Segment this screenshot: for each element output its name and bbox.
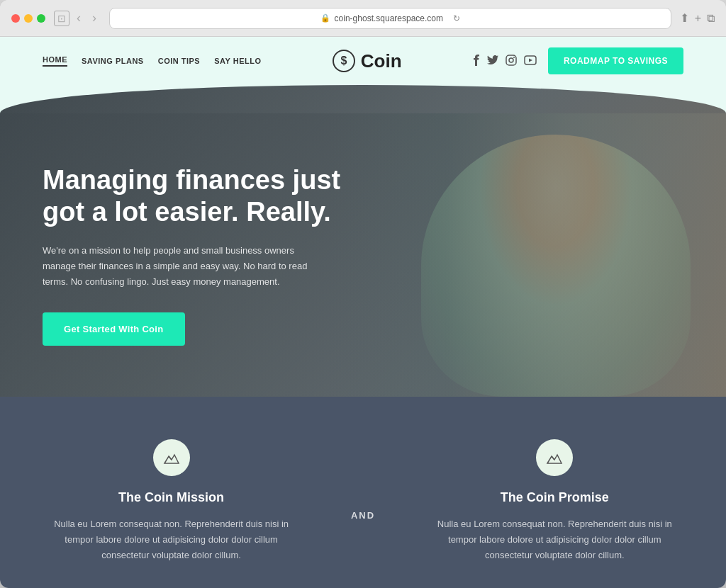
address-bar[interactable]: 🔒 coin-ghost.squarespace.com ↻ — [109, 8, 671, 29]
main-nav: HOME SAVING PLANS COIN TIPS SAY HELLO — [43, 55, 261, 67]
browser-actions: ⬆ + ⧉ — [680, 11, 715, 25]
windows-icon[interactable]: ⧉ — [707, 12, 715, 25]
nav-home[interactable]: HOME — [43, 55, 67, 67]
mission-card: The Coin Mission Nulla eu Lorem consequa… — [51, 439, 292, 563]
back-button[interactable]: ‹ — [72, 8, 85, 28]
tab-icon[interactable]: ⊡ — [54, 11, 69, 26]
site-header: HOME SAVING PLANS COIN TIPS SAY HELLO $ … — [0, 37, 726, 85]
facebook-icon[interactable] — [473, 54, 480, 69]
mountain-icon — [163, 451, 180, 465]
svg-point-2 — [513, 57, 515, 58]
website-content: HOME SAVING PLANS COIN TIPS SAY HELLO $ … — [0, 37, 726, 588]
promise-card: The Coin Promise Nulla eu Lorem consequa… — [434, 439, 675, 563]
forward-button[interactable]: › — [88, 8, 101, 28]
nav-say-hello[interactable]: SAY HELLO — [214, 57, 261, 65]
svg-marker-4 — [529, 58, 532, 62]
promise-text: Nulla eu Lorem consequat non. Reprehende… — [434, 516, 675, 563]
instagram-icon[interactable] — [506, 55, 517, 68]
maximize-button[interactable] — [37, 14, 45, 23]
logo-symbol: $ — [340, 55, 347, 67]
social-icons — [473, 54, 537, 69]
youtube-icon[interactable] — [524, 55, 537, 67]
hero-cta-button[interactable]: Get Started With Coin — [43, 312, 185, 346]
nav-coin-tips[interactable]: COIN TIPS — [158, 57, 201, 65]
site-logo[interactable]: $ Coin — [333, 50, 402, 72]
hero-content: Managing finances just got a lot easier.… — [0, 164, 397, 346]
svg-rect-0 — [506, 55, 516, 65]
twitter-icon[interactable] — [487, 55, 498, 67]
hero-section: Managing finances just got a lot easier.… — [0, 113, 726, 397]
and-divider: AND — [337, 510, 389, 521]
reload-icon[interactable]: ↻ — [453, 13, 460, 23]
logo-text: Coin — [361, 50, 402, 72]
browser-window: ⊡ ‹ › 🔒 coin-ghost.squarespace.com ↻ ⬆ +… — [0, 0, 726, 588]
share-icon[interactable]: ⬆ — [680, 11, 689, 25]
header-curve — [0, 85, 726, 113]
close-button[interactable] — [11, 14, 20, 23]
mountain-promise-icon — [546, 451, 563, 465]
promise-title: The Coin Promise — [434, 490, 675, 505]
new-tab-icon[interactable]: + — [695, 12, 701, 25]
url-text: coin-ghost.squarespace.com — [335, 13, 443, 23]
promise-icon — [536, 439, 573, 476]
window-controls — [11, 14, 45, 23]
browser-toolbar: ⊡ ‹ › 🔒 coin-ghost.squarespace.com ↻ ⬆ +… — [0, 0, 726, 37]
mission-section: The Coin Mission Nulla eu Lorem consequa… — [0, 397, 726, 588]
mission-icon — [153, 439, 190, 476]
lock-icon: 🔒 — [320, 13, 330, 23]
header-right: ROADMAP TO SAVINGS — [473, 47, 683, 74]
mission-title: The Coin Mission — [51, 490, 292, 505]
nav-saving-plans[interactable]: SAVING PLANS — [82, 57, 144, 65]
mission-text: Nulla eu Lorem consequat non. Reprehende… — [51, 516, 292, 563]
minimize-button[interactable] — [24, 14, 33, 23]
svg-point-1 — [509, 58, 513, 62]
logo-icon: $ — [333, 50, 355, 72]
hero-description: We're on a mission to help people and sm… — [43, 243, 326, 290]
nav-controls: ⊡ ‹ › — [54, 8, 101, 28]
hero-title: Managing finances just got a lot easier.… — [43, 164, 354, 229]
roadmap-button[interactable]: ROADMAP TO SAVINGS — [548, 47, 683, 74]
